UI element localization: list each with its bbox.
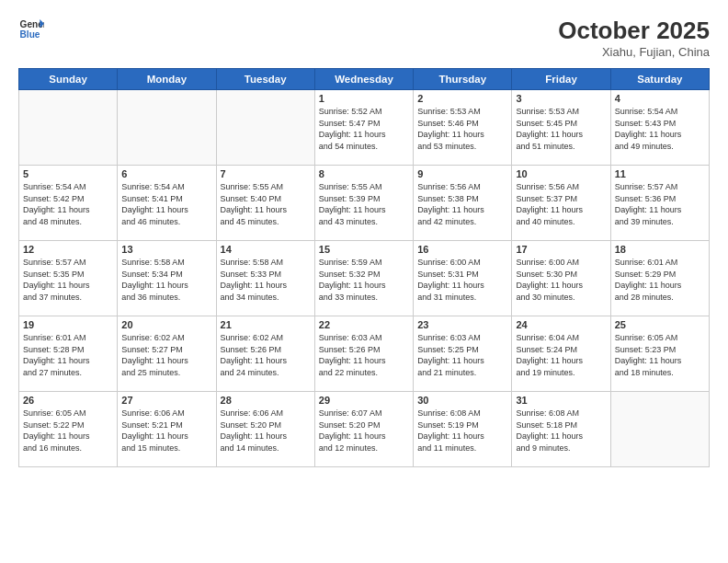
calendar-cell: 30Sunrise: 6:08 AM Sunset: 5:19 PM Dayli…	[414, 392, 512, 467]
calendar-cell: 29Sunrise: 6:07 AM Sunset: 5:20 PM Dayli…	[314, 392, 413, 467]
calendar-cell: 23Sunrise: 6:03 AM Sunset: 5:25 PM Dayli…	[414, 316, 512, 392]
calendar-cell: 12Sunrise: 5:57 AM Sunset: 5:35 PM Dayli…	[19, 241, 118, 316]
day-number: 11	[615, 168, 705, 179]
header: General Blue October 2025 Xiahu, Fujian,…	[18, 17, 710, 59]
calendar-cell: 7Sunrise: 5:55 AM Sunset: 5:40 PM Daylig…	[216, 166, 314, 241]
day-number: 9	[417, 168, 507, 179]
calendar-cell	[610, 392, 709, 467]
calendar-cell: 6Sunrise: 5:54 AM Sunset: 5:41 PM Daylig…	[118, 166, 216, 241]
day-number: 22	[319, 319, 409, 330]
week-row-2: 12Sunrise: 5:57 AM Sunset: 5:35 PM Dayli…	[19, 241, 710, 316]
day-info: Sunrise: 5:56 AM Sunset: 5:38 PM Dayligh…	[417, 181, 507, 227]
day-number: 1	[319, 93, 409, 104]
day-info: Sunrise: 5:54 AM Sunset: 5:41 PM Dayligh…	[121, 181, 211, 227]
calendar-cell: 27Sunrise: 6:06 AM Sunset: 5:21 PM Dayli…	[118, 392, 216, 467]
calendar-cell: 25Sunrise: 6:05 AM Sunset: 5:23 PM Dayli…	[610, 316, 709, 392]
calendar-cell: 19Sunrise: 6:01 AM Sunset: 5:28 PM Dayli…	[19, 316, 118, 392]
day-number: 26	[23, 395, 113, 406]
day-info: Sunrise: 6:07 AM Sunset: 5:20 PM Dayligh…	[319, 408, 409, 454]
calendar-cell: 14Sunrise: 5:58 AM Sunset: 5:33 PM Dayli…	[216, 241, 314, 316]
day-number: 24	[516, 319, 606, 330]
day-number: 20	[121, 319, 211, 330]
weekday-header-thursday: Thursday	[414, 69, 512, 90]
day-info: Sunrise: 5:53 AM Sunset: 5:45 PM Dayligh…	[516, 106, 606, 152]
day-number: 4	[615, 93, 705, 104]
day-info: Sunrise: 6:02 AM Sunset: 5:27 PM Dayligh…	[121, 332, 211, 378]
day-number: 8	[319, 168, 409, 179]
day-number: 3	[516, 93, 606, 104]
day-info: Sunrise: 6:03 AM Sunset: 5:25 PM Dayligh…	[417, 332, 507, 378]
day-info: Sunrise: 6:06 AM Sunset: 5:20 PM Dayligh…	[221, 408, 311, 454]
title-block: October 2025 Xiahu, Fujian, China	[558, 17, 710, 59]
day-number: 14	[221, 244, 311, 255]
calendar-cell: 31Sunrise: 6:08 AM Sunset: 5:18 PM Dayli…	[512, 392, 610, 467]
day-info: Sunrise: 6:05 AM Sunset: 5:22 PM Dayligh…	[23, 408, 113, 454]
week-row-1: 5Sunrise: 5:54 AM Sunset: 5:42 PM Daylig…	[19, 166, 710, 241]
weekday-header-monday: Monday	[118, 69, 216, 90]
subtitle: Xiahu, Fujian, China	[558, 45, 710, 59]
logo: General Blue	[18, 17, 44, 42]
calendar-cell: 16Sunrise: 6:00 AM Sunset: 5:31 PM Dayli…	[414, 241, 512, 316]
day-number: 21	[221, 319, 311, 330]
calendar-cell: 28Sunrise: 6:06 AM Sunset: 5:20 PM Dayli…	[216, 392, 314, 467]
day-number: 17	[516, 244, 606, 255]
calendar-cell: 2Sunrise: 5:53 AM Sunset: 5:46 PM Daylig…	[414, 90, 512, 166]
page: General Blue October 2025 Xiahu, Fujian,…	[0, 0, 728, 563]
day-info: Sunrise: 5:54 AM Sunset: 5:42 PM Dayligh…	[23, 181, 113, 227]
day-info: Sunrise: 5:55 AM Sunset: 5:39 PM Dayligh…	[319, 181, 409, 227]
day-number: 29	[319, 395, 409, 406]
day-info: Sunrise: 6:08 AM Sunset: 5:18 PM Dayligh…	[516, 408, 606, 454]
calendar-cell: 5Sunrise: 5:54 AM Sunset: 5:42 PM Daylig…	[19, 166, 118, 241]
calendar-cell	[118, 90, 216, 166]
day-info: Sunrise: 6:01 AM Sunset: 5:29 PM Dayligh…	[615, 257, 705, 303]
calendar-cell: 24Sunrise: 6:04 AM Sunset: 5:24 PM Dayli…	[512, 316, 610, 392]
svg-text:Blue: Blue	[20, 29, 40, 40]
weekday-header-row: SundayMondayTuesdayWednesdayThursdayFrid…	[19, 69, 710, 90]
day-info: Sunrise: 5:56 AM Sunset: 5:37 PM Dayligh…	[516, 181, 606, 227]
calendar-cell: 9Sunrise: 5:56 AM Sunset: 5:38 PM Daylig…	[414, 166, 512, 241]
day-info: Sunrise: 5:57 AM Sunset: 5:36 PM Dayligh…	[615, 181, 705, 227]
day-info: Sunrise: 5:52 AM Sunset: 5:47 PM Dayligh…	[319, 106, 409, 152]
day-number: 7	[221, 168, 311, 179]
weekday-header-friday: Friday	[512, 69, 610, 90]
calendar-cell: 4Sunrise: 5:54 AM Sunset: 5:43 PM Daylig…	[610, 90, 709, 166]
day-info: Sunrise: 5:57 AM Sunset: 5:35 PM Dayligh…	[23, 257, 113, 303]
calendar-cell: 8Sunrise: 5:55 AM Sunset: 5:39 PM Daylig…	[314, 166, 413, 241]
day-number: 19	[23, 319, 113, 330]
day-number: 25	[615, 319, 705, 330]
week-row-4: 26Sunrise: 6:05 AM Sunset: 5:22 PM Dayli…	[19, 392, 710, 467]
day-info: Sunrise: 6:02 AM Sunset: 5:26 PM Dayligh…	[221, 332, 311, 378]
day-info: Sunrise: 5:59 AM Sunset: 5:32 PM Dayligh…	[319, 257, 409, 303]
day-info: Sunrise: 6:00 AM Sunset: 5:31 PM Dayligh…	[417, 257, 507, 303]
day-number: 13	[121, 244, 211, 255]
day-number: 18	[615, 244, 705, 255]
weekday-header-sunday: Sunday	[19, 69, 118, 90]
day-number: 27	[121, 395, 211, 406]
calendar-cell: 21Sunrise: 6:02 AM Sunset: 5:26 PM Dayli…	[216, 316, 314, 392]
day-number: 12	[23, 244, 113, 255]
week-row-0: 1Sunrise: 5:52 AM Sunset: 5:47 PM Daylig…	[19, 90, 710, 166]
logo-icon: General Blue	[18, 17, 44, 42]
day-number: 23	[417, 319, 507, 330]
day-info: Sunrise: 5:58 AM Sunset: 5:33 PM Dayligh…	[221, 257, 311, 303]
calendar-cell: 18Sunrise: 6:01 AM Sunset: 5:29 PM Dayli…	[610, 241, 709, 316]
weekday-header-tuesday: Tuesday	[216, 69, 314, 90]
day-number: 31	[516, 395, 606, 406]
calendar-cell: 3Sunrise: 5:53 AM Sunset: 5:45 PM Daylig…	[512, 90, 610, 166]
calendar-cell: 13Sunrise: 5:58 AM Sunset: 5:34 PM Dayli…	[118, 241, 216, 316]
day-number: 30	[417, 395, 507, 406]
calendar-cell: 22Sunrise: 6:03 AM Sunset: 5:26 PM Dayli…	[314, 316, 413, 392]
day-info: Sunrise: 6:03 AM Sunset: 5:26 PM Dayligh…	[319, 332, 409, 378]
calendar-cell: 10Sunrise: 5:56 AM Sunset: 5:37 PM Dayli…	[512, 166, 610, 241]
day-info: Sunrise: 5:53 AM Sunset: 5:46 PM Dayligh…	[417, 106, 507, 152]
day-number: 6	[121, 168, 211, 179]
day-info: Sunrise: 6:04 AM Sunset: 5:24 PM Dayligh…	[516, 332, 606, 378]
day-info: Sunrise: 6:06 AM Sunset: 5:21 PM Dayligh…	[121, 408, 211, 454]
day-info: Sunrise: 5:58 AM Sunset: 5:34 PM Dayligh…	[121, 257, 211, 303]
week-row-3: 19Sunrise: 6:01 AM Sunset: 5:28 PM Dayli…	[19, 316, 710, 392]
day-info: Sunrise: 6:00 AM Sunset: 5:30 PM Dayligh…	[516, 257, 606, 303]
day-info: Sunrise: 6:08 AM Sunset: 5:19 PM Dayligh…	[417, 408, 507, 454]
day-info: Sunrise: 6:01 AM Sunset: 5:28 PM Dayligh…	[23, 332, 113, 378]
calendar-cell: 26Sunrise: 6:05 AM Sunset: 5:22 PM Dayli…	[19, 392, 118, 467]
calendar-cell: 17Sunrise: 6:00 AM Sunset: 5:30 PM Dayli…	[512, 241, 610, 316]
